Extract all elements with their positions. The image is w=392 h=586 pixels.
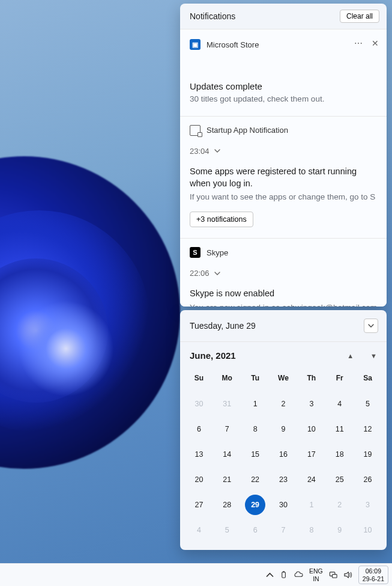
microsoft-store-icon: ▣ (190, 39, 201, 50)
calendar-day[interactable]: 20 (185, 469, 213, 490)
calendar-day[interactable]: 10 (297, 418, 325, 440)
calendar-day[interactable]: 10 (354, 519, 382, 541)
taskbar: ENG IN 06:09 29-6-21 (0, 563, 392, 586)
calendar-day[interactable]: 8 (297, 519, 325, 541)
notification-heading: Updates complete (190, 81, 377, 91)
calendar-dow-header: Tu (241, 369, 270, 389)
calendar-day[interactable]: 30 (185, 393, 213, 415)
calendar-day[interactable]: 6 (241, 519, 270, 541)
notification-app-name: Skype (207, 248, 228, 257)
notification-card[interactable]: ▣ Microsoft Store ⋯ ✕ Updates complete 3… (180, 29, 387, 117)
startup-app-icon (190, 125, 201, 136)
calendar-panel: Tuesday, June 29 June, 2021 ▲ ▼ SuMoTuWe… (180, 310, 387, 550)
calendar-day[interactable]: 13 (185, 444, 213, 465)
calendar-day[interactable]: 2 (325, 494, 354, 516)
calendar-next-month-icon[interactable]: ▼ (370, 352, 377, 359)
notifications-scroll-area[interactable]: ▣ Microsoft Store ⋯ ✕ Updates complete 3… (180, 29, 387, 307)
notification-body: If you want to see the apps or change th… (190, 192, 377, 203)
calendar-day[interactable]: 24 (297, 469, 325, 490)
calendar-day[interactable]: 1 (297, 494, 325, 516)
calendar-day[interactable]: 9 (325, 519, 354, 541)
language-indicator[interactable]: ENG IN (309, 567, 323, 582)
calendar-day[interactable]: 2 (270, 393, 298, 415)
calendar-dow-header: Fr (325, 369, 354, 389)
calendar-day[interactable]: 19 (354, 444, 382, 465)
calendar-day[interactable]: 26 (354, 469, 382, 490)
calendar-day[interactable]: 5 (213, 519, 241, 541)
notification-heading: Some apps were registered to start runni… (190, 165, 377, 190)
calendar-day[interactable]: 9 (270, 418, 298, 440)
notification-heading: Skype is now enabled (190, 287, 377, 299)
svg-rect-0 (282, 572, 286, 578)
calendar-day[interactable]: 28 (213, 494, 241, 516)
calendar-day[interactable]: 3 (297, 393, 325, 415)
calendar-day[interactable]: 25 (325, 469, 354, 490)
calendar-day[interactable]: 15 (241, 444, 270, 465)
chevron-down-icon[interactable] (213, 147, 222, 155)
calendar-day[interactable]: 29 (241, 494, 270, 516)
calendar-day[interactable]: 7 (270, 519, 298, 541)
skype-icon: S (190, 247, 201, 258)
taskbar-clock[interactable]: 06:09 29-6-21 (358, 566, 388, 584)
calendar-day[interactable]: 6 (185, 418, 213, 440)
notification-app-name: Microsoft Store (207, 40, 259, 49)
notification-card[interactable]: Startup App Notification 23:04 Some apps… (180, 117, 387, 239)
calendar-day[interactable]: 11 (325, 418, 354, 440)
svg-rect-3 (332, 575, 337, 578)
onedrive-icon[interactable] (294, 570, 303, 579)
calendar-grid: SuMoTuWeThFrSa30311234567891011121314151… (180, 365, 387, 547)
calendar-day[interactable]: 22 (241, 469, 270, 490)
notifications-title: Notifications (190, 11, 235, 21)
calendar-day[interactable]: 18 (325, 444, 354, 465)
calendar-day[interactable]: 7 (213, 418, 241, 440)
more-notifications-button[interactable]: +3 notifications (190, 212, 253, 227)
calendar-day[interactable]: 23 (270, 469, 298, 490)
notification-app-name: Startup App Notification (207, 126, 288, 135)
notification-body: 30 titles got updated, check them out. (190, 94, 377, 105)
calendar-day[interactable]: 8 (241, 418, 270, 440)
calendar-today-label[interactable]: Tuesday, June 29 (190, 321, 256, 331)
clear-all-button[interactable]: Clear all (340, 10, 379, 23)
calendar-dow-header: Su (185, 369, 213, 389)
calendar-day[interactable]: 30 (270, 494, 298, 516)
calendar-day[interactable]: 16 (270, 444, 298, 465)
calendar-dow-header: Mo (213, 369, 241, 389)
calendar-day[interactable]: 3 (354, 494, 382, 516)
volume-icon[interactable] (343, 570, 352, 579)
calendar-day[interactable]: 1 (241, 393, 270, 415)
calendar-day[interactable]: 12 (354, 418, 382, 440)
notifications-panel: Notifications Clear all ▣ Microsoft Stor… (180, 4, 387, 307)
battery-icon[interactable] (280, 570, 289, 579)
calendar-day[interactable]: 4 (185, 519, 213, 541)
calendar-month-label[interactable]: June, 2021 (190, 350, 236, 361)
calendar-day[interactable]: 21 (213, 469, 241, 490)
calendar-day[interactable]: 27 (185, 494, 213, 516)
calendar-day[interactable]: 17 (297, 444, 325, 465)
calendar-dow-header: Th (297, 369, 325, 389)
calendar-prev-month-icon[interactable]: ▲ (347, 352, 354, 359)
more-options-icon[interactable]: ⋯ (353, 38, 364, 49)
calendar-day[interactable]: 31 (213, 393, 241, 415)
project-icon[interactable] (329, 570, 338, 579)
notification-time: 22:06 (190, 269, 210, 278)
close-icon[interactable]: ✕ (370, 38, 381, 49)
notification-body: You are now signed in as ashwingeek@hotm… (190, 302, 377, 307)
show-hidden-icons-icon[interactable] (265, 570, 274, 579)
calendar-day[interactable]: 14 (213, 444, 241, 465)
calendar-day[interactable]: 4 (325, 393, 354, 415)
notification-card[interactable]: S Skype 22:06 Skype is now enabled You a… (180, 239, 387, 307)
chevron-down-icon[interactable] (213, 269, 222, 278)
calendar-dow-header: We (270, 369, 298, 389)
calendar-day[interactable]: 5 (354, 393, 382, 415)
notification-time: 23:04 (190, 147, 210, 156)
calendar-dow-header: Sa (354, 369, 382, 389)
calendar-collapse-button[interactable] (364, 319, 378, 333)
svg-rect-1 (283, 571, 285, 572)
